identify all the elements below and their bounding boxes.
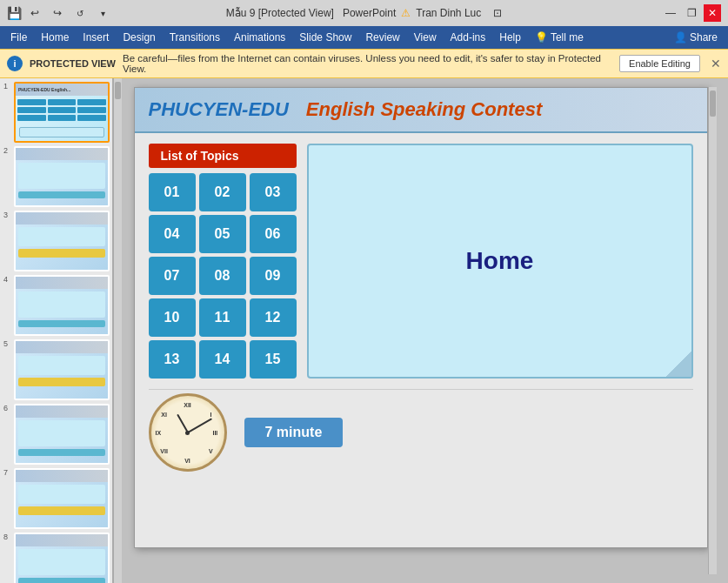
timer-button[interactable]: 7 minute (244, 418, 344, 447)
minimize-button[interactable]: — (662, 4, 679, 22)
title-center: Mẫu 9 [Protected View] PowerPoint ⚠ Tran… (226, 7, 502, 19)
menu-animations[interactable]: Animations (227, 29, 292, 46)
thumb-7-footer (18, 506, 105, 515)
menu-help[interactable]: Help (492, 29, 528, 46)
topic-btn-07[interactable]: 07 (149, 257, 196, 295)
enable-editing-button[interactable]: Enable Editing (619, 55, 700, 72)
menu-slideshow[interactable]: Slide Show (292, 29, 358, 46)
topic-btn-05[interactable]: 05 (199, 215, 246, 253)
menu-bar: File Home Insert Design Transitions Anim… (0, 26, 728, 49)
slide-thumb-8[interactable] (14, 533, 110, 583)
thumb-7-body (18, 485, 105, 504)
thumb-cell (77, 115, 106, 121)
menu-addins[interactable]: Add-ins (444, 29, 493, 46)
menu-transitions[interactable]: Transitions (163, 29, 227, 46)
slide-thumb-3[interactable] (14, 211, 110, 271)
menu-tellme[interactable]: 💡 Tell me (528, 29, 591, 46)
topic-btn-14[interactable]: 14 (199, 340, 246, 379)
topic-btn-09[interactable]: 09 (250, 257, 297, 295)
close-button[interactable]: ✕ (704, 4, 721, 22)
restore-button[interactable]: ❐ (683, 4, 700, 22)
topic-btn-12[interactable]: 12 (250, 298, 297, 337)
brand-name: PHUCYEN-EDU (149, 98, 289, 121)
redo-button[interactable]: ↪ (49, 4, 66, 22)
thumb-6-header (16, 405, 108, 418)
slide-1-number: 1 (3, 82, 12, 90)
menu-design[interactable]: Design (116, 29, 162, 46)
slide-6-row: 6 (3, 404, 109, 465)
home-text: Home (466, 247, 534, 275)
thumb-2-header (16, 148, 108, 160)
contest-title: English Speaking Contest (306, 98, 542, 121)
workspace-scrollbar[interactable] (708, 87, 717, 574)
protected-message: Be careful—files from the Internet can c… (123, 53, 612, 74)
slide-6-number: 6 (3, 404, 12, 412)
thumb-2-footer (18, 191, 105, 198)
clock-container: XII I III V VI VII IX XI (149, 393, 227, 472)
thumb-cell (48, 115, 77, 121)
save-icon[interactable]: 💾 (7, 6, 21, 20)
scrollbar-thumb[interactable] (115, 82, 121, 99)
slide-thumb-2[interactable] (14, 146, 110, 207)
slide-thumb-1[interactable]: PHUCYEN-EDU English... (14, 82, 110, 143)
topics-grid: 01 02 03 04 05 06 07 08 09 10 11 12 (149, 173, 297, 379)
slide-1-row: 1 PHUCYEN-EDU English... (3, 82, 109, 143)
thumb-8-footer (18, 578, 105, 583)
slide-thumb-5[interactable] (14, 339, 110, 400)
thumb-5-body (18, 356, 105, 375)
menu-view[interactable]: View (407, 29, 444, 46)
slide-8-row: 8 (3, 533, 109, 583)
slide-2-row: 2 (3, 146, 109, 207)
slide-thumb-6[interactable] (14, 404, 110, 465)
topic-btn-01[interactable]: 01 (149, 173, 196, 211)
file-title: Mẫu 9 [Protected View] (226, 7, 334, 19)
topic-btn-15[interactable]: 15 (250, 340, 297, 379)
topics-section: List of Topics 01 02 03 04 05 06 07 08 0… (149, 144, 693, 379)
thumb-5-footer (18, 378, 105, 386)
menu-share[interactable]: 👤 Share (667, 29, 725, 46)
thumb-5-header (16, 341, 108, 353)
slide-thumb-4[interactable] (14, 275, 110, 336)
topic-btn-03[interactable]: 03 (250, 173, 297, 211)
thumb-7-header (16, 470, 108, 482)
workspace: PHUCYEN-EDU English Speaking Contest Lis… (122, 78, 728, 583)
menu-insert[interactable]: Insert (76, 29, 116, 46)
clock-num-1: I (210, 412, 211, 418)
thumb-8-body (18, 549, 105, 575)
slide-4-number: 4 (3, 275, 12, 284)
menu-home[interactable]: Home (34, 29, 76, 46)
slide-thumb-5-inner (16, 341, 108, 399)
slide-8-number: 8 (3, 533, 12, 541)
main-area: 1 PHUCYEN-EDU English... (0, 78, 728, 583)
thumb-8-header (16, 534, 108, 546)
menu-review[interactable]: Review (358, 29, 406, 46)
topic-btn-08[interactable]: 08 (199, 257, 246, 295)
clock-num-9: IX (156, 430, 162, 436)
menu-file[interactable]: File (3, 29, 34, 46)
topic-btn-06[interactable]: 06 (250, 215, 297, 253)
slide-4-row: 4 (3, 275, 109, 336)
topic-btn-11[interactable]: 11 (199, 298, 246, 337)
slide-thumb-7[interactable] (14, 468, 110, 529)
thumb-2-body (18, 163, 105, 189)
warning-icon: ⚠ (401, 7, 411, 19)
topic-btn-04[interactable]: 04 (149, 215, 196, 253)
thumb-4-header (16, 277, 108, 289)
topics-label: List of Topics (149, 144, 297, 168)
clock-num-6: VI (184, 457, 190, 463)
slide-2-number: 2 (3, 146, 12, 155)
username: Tran Dinh Luc (416, 7, 481, 19)
slide-thumb-6-inner (16, 405, 108, 463)
close-bar-button[interactable]: ✕ (711, 57, 721, 70)
workspace-scrollbar-thumb[interactable] (710, 90, 716, 117)
customize-button[interactable]: ▾ (94, 4, 111, 22)
topic-btn-10[interactable]: 10 (149, 298, 196, 337)
replay-button[interactable]: ↺ (71, 4, 89, 22)
title-bar-left: 💾 ↩ ↪ ↺ ▾ (7, 4, 111, 22)
layout-icon[interactable]: ⊡ (493, 7, 502, 19)
undo-button[interactable]: ↩ (26, 4, 43, 22)
topic-btn-13[interactable]: 13 (149, 340, 196, 379)
slide-panel-scrollbar[interactable] (113, 78, 122, 583)
topic-btn-02[interactable]: 02 (199, 173, 246, 211)
protected-icon: i (7, 56, 23, 71)
